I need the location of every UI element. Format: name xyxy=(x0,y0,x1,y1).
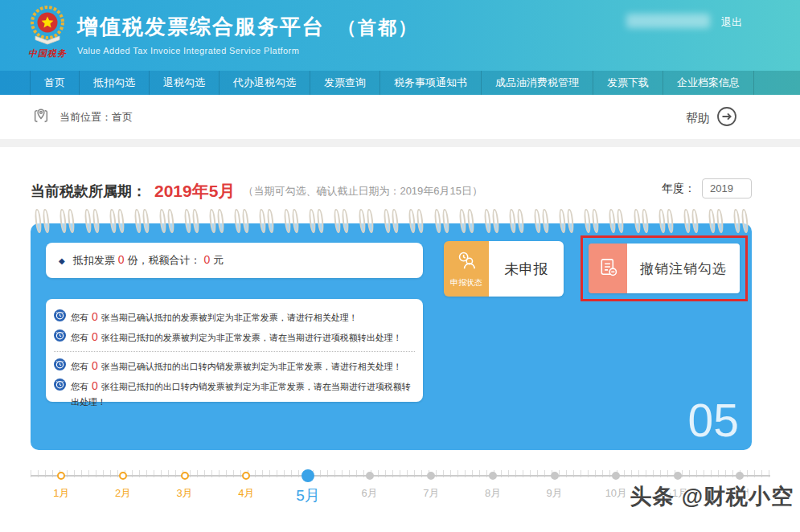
notice-item: 您有0张往期已抵扣的出口转内销发票被判定为非正常发票，请在当期进行进项税额转出处… xyxy=(54,377,415,409)
spiral-ring xyxy=(535,209,548,236)
nav-tab-invoice-download[interactable]: 发票下载 xyxy=(593,71,663,95)
cancel-badge xyxy=(589,243,627,293)
declare-status-card: 申报状态 未申报 xyxy=(444,241,564,297)
timeline-month-6[interactable]: 6月 xyxy=(338,464,400,511)
timeline-month-8[interactable]: 8月 xyxy=(462,464,524,511)
tax-bureau-logo: 中国税务 xyxy=(23,4,72,59)
main-nav: 首页 抵扣勾选 退税勾选 代办退税勾选 发票查询 税务事项通知书 成品油消费税管… xyxy=(0,71,800,95)
year-input[interactable] xyxy=(702,178,752,198)
nav-tab-agent-refund-check[interactable]: 代办退税勾选 xyxy=(219,71,310,95)
notice-text: 您有0张当期已确认抵扣的出口转内销发票被判定为非正常发票，请进行相关处理！ xyxy=(71,357,402,374)
spiral-ring xyxy=(684,209,698,236)
nav-spacer xyxy=(0,71,31,95)
highlight-annotation-box: 撤销注销勾选 xyxy=(581,235,748,301)
month-label: 4月 xyxy=(238,486,254,501)
spiral-ring xyxy=(659,209,673,236)
nav-tab-refined-oil-tax[interactable]: 成品油消费税管理 xyxy=(482,71,593,95)
alarm-icon xyxy=(54,379,66,391)
app-header: 中国税务 增值税发票综合服务平台 （首都） Value Added Tax In… xyxy=(0,0,800,71)
month-dot xyxy=(302,469,314,482)
spiral-ring xyxy=(609,209,623,236)
spiral-ring xyxy=(135,209,149,236)
timeline-month-7[interactable]: 7月 xyxy=(400,464,462,511)
month-dot xyxy=(674,472,682,480)
notice-item: 您有0张当期已确认抵扣的出口转内销发票被判定为非正常发票，请进行相关处理！ xyxy=(54,357,415,374)
year-label: 年度： xyxy=(662,182,695,196)
diamond-bullet-icon: ◆ xyxy=(59,256,65,265)
month-dot xyxy=(612,472,620,480)
month-dot xyxy=(736,472,744,480)
spiral-ring xyxy=(460,209,474,236)
nav-tab-tax-refund-check[interactable]: 退税勾选 xyxy=(150,71,219,95)
breadcrumb-text: 当前位置：首页 xyxy=(59,110,133,125)
month-label: 3月 xyxy=(177,486,193,501)
nav-tab-home[interactable]: 首页 xyxy=(31,71,80,95)
spiral-ring xyxy=(409,209,423,236)
help-button[interactable]: 帮助 xyxy=(686,106,737,130)
tax-total: 0 xyxy=(204,253,211,266)
spiral-ring xyxy=(510,209,523,236)
month-dot xyxy=(551,472,559,480)
user-clock-icon xyxy=(456,250,478,275)
alarm-icon xyxy=(54,309,66,321)
spiral-ring xyxy=(210,209,224,236)
timeline-month-2[interactable]: 2月 xyxy=(92,464,154,511)
spiral-ring xyxy=(35,209,49,236)
spiral-ring xyxy=(359,209,373,236)
cancel-deregistration-button[interactable]: 撤销注销勾选 xyxy=(589,243,740,293)
nav-tab-deduction-check[interactable]: 抵扣勾选 xyxy=(80,71,150,95)
timeline-month-3[interactable]: 3月 xyxy=(154,464,215,511)
period-value: 2019年5月 xyxy=(154,180,235,203)
timeline-month-4[interactable]: 4月 xyxy=(215,464,277,511)
declare-status-badge: 申报状态 xyxy=(444,241,489,297)
spiral-ring xyxy=(260,209,273,236)
big-month-number: 05 xyxy=(688,394,739,447)
month-label: 8月 xyxy=(485,486,501,501)
month-label: 7月 xyxy=(423,486,439,501)
month-label: 10月 xyxy=(605,486,627,501)
alarm-icon xyxy=(54,358,66,370)
breadcrumb: 当前位置：首页 xyxy=(32,107,133,128)
current-period-row: 当前税款所属期： 2019年5月 （当期可勾选、确认截止日期为：2019年6月1… xyxy=(31,180,482,203)
breadcrumb-row: 当前位置：首页 帮助 xyxy=(0,95,800,139)
notice-text: 您有0张当期已确认抵扣的发票被判定为非正常发票，请进行相关处理！ xyxy=(71,308,358,325)
month-dot xyxy=(119,472,127,480)
spiral-ring xyxy=(734,209,748,236)
spiral-ring xyxy=(435,209,449,236)
spiral-ring xyxy=(185,209,199,236)
month-dot xyxy=(489,472,497,480)
platform-subtitle-en: Value Added Tax Invoice Integrated Servi… xyxy=(77,46,418,55)
spiral-ring xyxy=(285,209,298,236)
alarm-icon xyxy=(54,329,66,342)
breadcrumb-current: 首页 xyxy=(112,111,133,123)
spiral-ring xyxy=(110,209,124,236)
nav-tab-invoice-query[interactable]: 发票查询 xyxy=(310,71,380,95)
spiral-ring xyxy=(585,209,598,236)
timeline-month-5[interactable]: 5月 xyxy=(277,464,339,511)
platform-title: 增值税发票综合服务平台 xyxy=(77,13,325,41)
timeline-month-1[interactable]: 1月 xyxy=(31,464,92,511)
notice-text: 您有0张往期已抵扣的发票被判定为非正常发票，请在当期进行进项税额转出处理！ xyxy=(71,328,402,346)
month-label: 2月 xyxy=(115,486,131,501)
spiral-ring xyxy=(60,209,74,236)
help-label: 帮助 xyxy=(686,111,710,126)
month-label: 6月 xyxy=(362,486,378,501)
deduction-summary: ◆ 抵扣发票0份，税额合计：0元 xyxy=(46,243,423,278)
month-label: 5月 xyxy=(296,485,320,506)
nav-tab-tax-notice[interactable]: 税务事项通知书 xyxy=(380,71,482,95)
month-dot xyxy=(181,472,189,480)
notices-panel: 您有0张当期已确认抵扣的发票被判定为非正常发票，请进行相关处理！ 您有0张往期已… xyxy=(46,299,423,402)
month-dot xyxy=(366,472,374,480)
spiral-ring xyxy=(235,209,248,236)
invoice-count: 0 xyxy=(118,253,125,266)
timeline-month-9[interactable]: 9月 xyxy=(523,464,585,511)
month-label: 1月 xyxy=(53,486,69,501)
month-dot xyxy=(57,472,65,480)
month-label: 9月 xyxy=(547,486,563,501)
spiral-ring xyxy=(85,209,99,236)
nav-tab-company-archive[interactable]: 企业档案信息 xyxy=(663,71,754,95)
logout-button[interactable]: 退出 xyxy=(721,15,742,30)
spiral-ring xyxy=(334,209,348,236)
location-pin-icon xyxy=(32,107,50,128)
notice-item: 您有0张当期已确认抵扣的发票被判定为非正常发票，请进行相关处理！ xyxy=(54,308,415,325)
